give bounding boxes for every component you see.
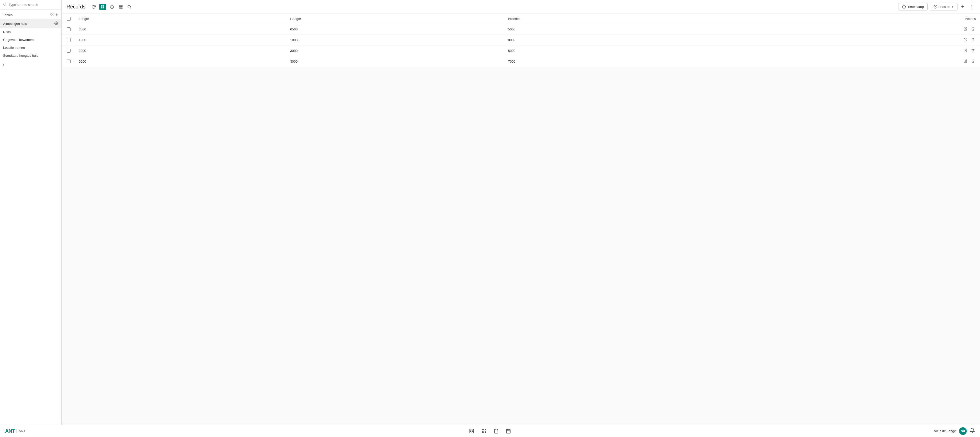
svg-rect-19 [470,429,471,431]
svg-point-31 [485,432,486,433]
cell-lengte: 1000 [75,35,286,46]
sidebar-item-standaard-hoogtes[interactable]: Standaard hoogtes huis [0,52,61,60]
add-table-icon[interactable]: + [55,12,58,17]
row-checkbox[interactable] [67,49,70,52]
session-button[interactable]: Session ▼ [930,3,958,11]
sidebar-item-gegevens-bewoners[interactable]: Gegevens bewoners [0,36,61,44]
table-row: 1000 10000 8000 [62,35,980,46]
svg-point-0 [3,3,6,5]
toolbar-icons [91,4,132,10]
tables-actions: + [49,12,58,17]
cell-hoogte: 3000 [286,46,504,56]
edit-row-button[interactable] [963,59,968,64]
cell-breedte: 5000 [504,46,733,56]
dashboard-icon[interactable] [469,429,474,434]
cell-hoogte: 3000 [286,56,504,67]
svg-point-26 [482,431,483,431]
sidebar-expand-button[interactable]: › [0,60,61,70]
cell-actions [733,56,980,67]
svg-rect-14 [119,8,123,8]
gear-icon[interactable] [54,21,58,26]
grid-view-icon[interactable] [99,4,107,10]
timestamp-button[interactable]: Timestamp [898,3,928,11]
notification-icon[interactable] [970,428,975,434]
search-records-icon[interactable] [126,4,132,10]
svg-rect-5 [52,15,53,16]
svg-point-23 [482,429,483,430]
row-checkbox-cell [62,56,75,67]
grid-toggle-icon[interactable] [49,13,54,17]
sidebar-item-label: Afmetingen huis [3,22,27,25]
cell-lengte: 3500 [75,24,286,35]
avatar[interactable]: Nd [959,427,967,435]
table-row: 3500 6500 5000 [62,24,980,35]
search-icon [3,3,6,7]
sidebar-item-label: Standaard hoogtes huis [3,54,38,57]
svg-point-30 [484,432,484,433]
cell-lengte: 5000 [75,56,286,67]
clipboard-icon[interactable] [493,429,499,434]
select-all-checkbox[interactable] [67,17,70,21]
cell-breedte: 5000 [504,24,733,35]
row-checkbox[interactable] [67,38,70,42]
cell-actions [733,35,980,46]
sidebar-item-label: Locatie bomen [3,46,25,49]
cell-breedte: 8000 [504,35,733,46]
apps-icon[interactable] [481,429,487,434]
main-content: Records [62,0,980,425]
svg-point-24 [484,429,484,430]
fields-icon[interactable] [118,4,124,10]
refresh-icon[interactable] [91,4,97,10]
svg-rect-4 [50,15,51,16]
svg-line-1 [6,5,6,6]
history-icon[interactable] [109,4,115,10]
more-options-button[interactable]: ⋮ [968,3,976,11]
timestamp-label: Timestamp [907,5,924,9]
svg-rect-13 [119,6,123,7]
col-header-lengte: Lengte [75,14,286,24]
row-checkbox-cell [62,24,75,35]
svg-point-28 [485,431,486,431]
toolbar: Records [62,0,980,14]
row-checkbox[interactable] [67,27,70,31]
page-title: Records [67,4,85,10]
table-row: 5000 3000 7000 [62,56,980,67]
cell-actions [733,46,980,56]
session-label: Session [938,5,950,9]
svg-line-16 [130,8,131,8]
svg-rect-22 [472,431,474,433]
ant-app-label: ANT [16,429,25,433]
calendar-icon[interactable] [506,429,511,434]
col-header-hoogte: Hoogte [286,14,504,24]
svg-rect-20 [472,429,474,431]
sidebar-item-afmetingen-huis[interactable]: Afmetingen huis [0,19,61,28]
cell-hoogte: 6500 [286,24,504,35]
delete-row-button[interactable] [970,27,976,32]
row-checkbox-cell [62,46,75,56]
svg-rect-2 [50,13,51,14]
svg-rect-12 [119,5,123,6]
records-table: Lengte Hoogte Breedte Actions 3500 6500 … [62,14,980,67]
row-checkbox-cell [62,35,75,46]
sidebar-item-docs[interactable]: Docs [0,28,61,36]
add-record-button[interactable]: + [959,3,966,10]
edit-row-button[interactable] [963,27,968,32]
edit-row-button[interactable] [963,48,968,53]
svg-rect-10 [103,7,105,8]
table-area: Lengte Hoogte Breedte Actions 3500 6500 … [62,14,980,425]
user-name: Niels de Lange [934,429,956,433]
search-bar [0,0,61,10]
cell-breedte: 7000 [504,56,733,67]
svg-rect-7 [101,5,102,6]
row-checkbox[interactable] [67,60,70,64]
delete-row-button[interactable] [970,48,976,53]
tables-label: Tables [3,13,13,17]
search-input[interactable] [9,3,58,6]
delete-row-button[interactable] [970,37,976,43]
sidebar-item-label: Gegevens bewoners [3,38,33,42]
sidebar-item-locatie-bomen[interactable]: Locatie bomen [0,44,61,52]
col-header-actions: Actions [733,14,980,24]
svg-rect-3 [52,13,53,14]
edit-row-button[interactable] [963,37,968,43]
delete-row-button[interactable] [970,59,976,64]
